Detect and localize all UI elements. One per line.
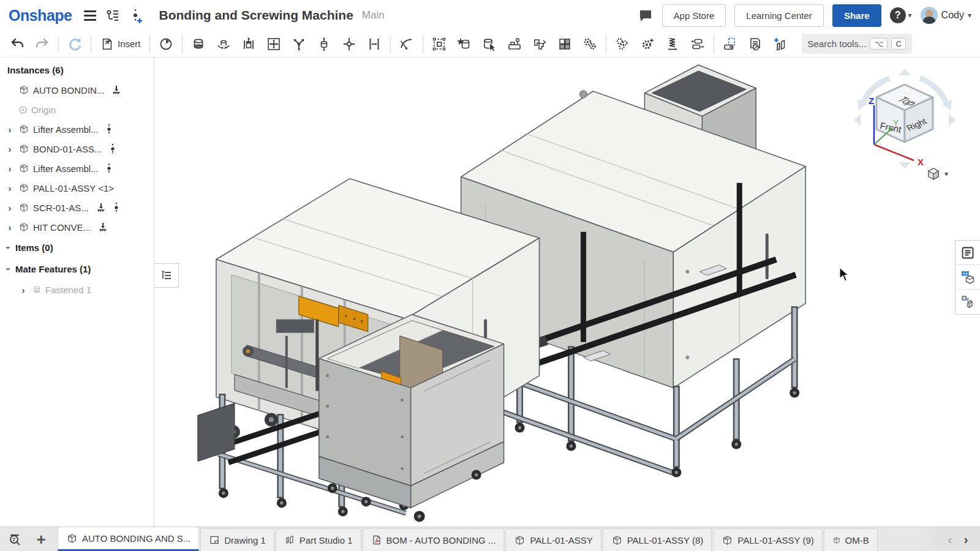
configuration-panel-button[interactable] [956,265,980,290]
tab-bom-pdf[interactable]: BOM - AUTO BONDING ... [363,528,505,551]
share-button[interactable]: Share [832,4,881,27]
hide-features-icon[interactable] [743,33,767,55]
plus-icon: + [36,531,45,547]
app-store-button[interactable]: App Store [662,4,726,27]
box-select-icon[interactable] [427,33,451,55]
tab-scroll-controls: ‹ › [936,527,980,551]
tree-item-bond-01[interactable]: › BOND-01-ASS... [0,139,154,159]
tab-scroll-right-icon[interactable]: › [964,533,968,545]
hamburger-menu-icon[interactable] [84,10,96,21]
insert-button[interactable]: Insert [95,33,146,55]
create-part-icon[interactable] [768,33,793,55]
sketch-region-icon[interactable] [718,33,742,55]
refresh-icon[interactable] [62,33,87,55]
assembly-icon [18,182,29,193]
gears-pair-icon[interactable] [578,33,602,55]
pin-slot-mate-icon[interactable] [337,33,361,55]
tree-item-pall-01[interactable]: › PALL-01-ASSY <1> [0,178,154,198]
app-header: Onshape Bonding and Screwing Machine Mai… [0,0,980,31]
view-cube[interactable]: Top Front Right Z X Y [846,67,963,171]
redo-icon[interactable] [30,33,55,55]
onshape-logo[interactable]: Onshape [9,7,72,24]
tangent-mate-icon[interactable] [394,33,419,55]
user-avatar[interactable] [921,7,938,24]
learning-center-button[interactable]: Learning Center [734,4,824,27]
mate-connector-plus-icon[interactable] [129,7,144,23]
assembly-tab-icon [514,534,526,546]
tab-strip: AUTO BONDING AND S... Drawing 1 Part Stu… [58,527,980,551]
slider-mate-icon[interactable] [236,33,261,55]
main-area: Instances (6) AUTO BONDIN... Origin › Li… [0,58,980,527]
tree-item-lifter-2[interactable]: › Lifter Assembl... [0,159,154,178]
spring-icon[interactable] [660,33,685,55]
machine-icon[interactable] [502,33,527,55]
user-menu[interactable]: Cody ▾ [921,7,971,24]
add-tab-button[interactable]: + [29,529,53,550]
expand-chevron-icon[interactable]: › [5,203,15,213]
expand-chevron-icon[interactable]: › [5,163,15,174]
tree-item-label: AUTO BONDIN... [33,85,104,96]
expand-chevron-icon[interactable]: › [5,222,15,233]
assembly-icon [18,163,29,174]
tab-pall-01-assy[interactable]: PALL-01-ASSY [505,528,601,551]
fastened-mate-icon [32,285,42,294]
fastened-mate-icon[interactable] [186,33,211,55]
assembly-icon [18,143,29,154]
assembly-toolbar: Insert Search tools... ⌥ C [0,31,980,58]
tab-drawing-1[interactable]: Drawing 1 [200,528,274,551]
expand-chevron-icon[interactable]: › [18,285,28,295]
help-icon[interactable]: ? [890,7,906,23]
instances-panel: Instances (6) AUTO BONDIN... Origin › Li… [0,58,154,527]
ball-mate-icon[interactable] [287,33,311,55]
undo-icon[interactable] [5,33,29,55]
comment-icon[interactable] [638,7,654,23]
cursor-cylinder-icon[interactable] [477,33,502,55]
graphics-viewport[interactable]: Top Front Right Z X Y ▾ [155,58,980,527]
expand-chevron-icon[interactable]: › [5,144,15,154]
tab-assembly-main[interactable]: AUTO BONDING AND S... [58,527,199,551]
custom-table-panel-button[interactable] [956,290,980,314]
view-options-menu[interactable]: ▾ [926,167,948,181]
star-cylinder-icon[interactable] [452,33,477,55]
expand-chevron-icon[interactable]: › [5,124,15,135]
toggle-positions-icon[interactable] [685,33,710,55]
revolute-mate-icon[interactable] [211,33,236,55]
transfer-cart[interactable] [319,315,504,522]
search-tools-placeholder: Search tools... [808,39,867,49]
versions-icon[interactable] [105,7,121,23]
mate-features-section-header[interactable]: › Mate Features (1) [0,258,154,280]
expand-chevron-icon[interactable]: › [5,183,15,193]
workspace-name[interactable]: Main [362,9,385,21]
tab-manager-button[interactable] [4,529,27,550]
tree-item-scr-01[interactable]: › SCR-01-AS... [0,198,154,217]
tree-item-hit-conveyor[interactable]: › HIT CONVE... [0,217,154,237]
gear-star-icon[interactable] [635,33,660,55]
tree-item-fastened-1[interactable]: › Fastened 1 [0,280,154,299]
feature-list-panel-button[interactable] [956,241,980,265]
planar-mate-icon[interactable] [262,33,286,55]
tree-item-lifter-1[interactable]: › Lifter Assembl... [0,119,154,139]
tree-item-root-assembly[interactable]: AUTO BONDIN... [0,80,154,100]
tab-scroll-left-icon[interactable]: ‹ [948,533,952,545]
help-menu[interactable]: ? ▾ [890,7,912,23]
cylindrical-mate-icon[interactable] [312,33,336,55]
assembly-icon [18,124,29,135]
tree-item-label: Origin [31,105,56,115]
right-side-panel [955,240,980,315]
tab-part-studio-1[interactable]: Part Studio 1 [276,528,361,551]
pattern-grid-icon[interactable] [552,33,577,55]
search-tools-input[interactable]: Search tools... ⌥ C [802,34,912,54]
tab-pall-01-assy-9[interactable]: PALL-01-ASSY (9) [713,528,823,551]
list-panel-icon [960,246,975,260]
parallel-mate-icon[interactable] [362,33,386,55]
tab-om-b[interactable]: OM-B [824,528,878,551]
transfer-parts-icon[interactable] [527,33,552,55]
mate-icon[interactable] [154,33,178,55]
tab-pall-01-assy-8[interactable]: PALL-01-ASSY (8) [603,528,712,551]
items-section-header[interactable]: › Items (0) [0,237,154,258]
tree-item-origin[interactable]: Origin [0,100,154,119]
rotate-down-arrow-icon [899,162,910,169]
structure-tree-toggle-button[interactable] [154,263,179,288]
user-name: Cody [941,10,964,21]
gear-trio-icon[interactable] [610,33,635,55]
